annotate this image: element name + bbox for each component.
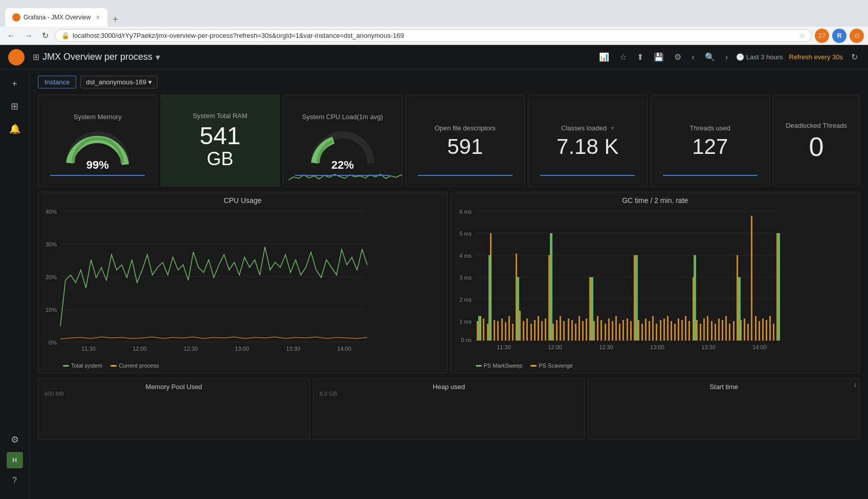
svg-rect-63 [571,320,573,341]
title-text: JMX Overview per process [42,52,152,62]
time-range-label: Last 3 hours [746,53,783,61]
sidebar-item-help[interactable]: ? [5,470,25,491]
svg-rect-110 [744,319,745,341]
svg-rect-95 [688,321,690,341]
stats-row: System Memory 99% System Total RAM [38,95,860,187]
deadlocked-threads-card: Deadlocked Threads 0 [773,95,860,187]
sidebar: + ⊞ 🔔 ⚙ H ? [0,70,30,499]
refresh-button[interactable]: ↻ [849,50,860,64]
svg-rect-74 [612,321,613,341]
forward-button[interactable]: → [21,30,36,41]
svg-rect-82 [641,324,643,341]
svg-rect-122 [517,277,519,341]
sidebar-item-add[interactable]: + [5,74,25,94]
system-total-ram-number: 541 [199,124,240,148]
svg-text:2 ms: 2 ms [459,297,472,303]
instance-tab[interactable]: Instance [38,76,76,88]
gc-time-chart: 6 ms 5 ms 4 ms 3 ms 2 ms 1 ms 0 ns [455,209,783,359]
svg-rect-101 [711,321,713,341]
star-button[interactable]: ☆ [617,50,629,64]
extensions-icon[interactable]: 27 [815,29,829,43]
user-icon[interactable]: R [832,29,847,43]
svg-rect-77 [622,320,624,341]
classes-loaded-value: 7.18 K [557,136,618,157]
classes-loaded-card: Classes loaded ▾ 7.18 K [528,95,648,187]
grafana-logo[interactable] [8,49,25,65]
svg-text:12:30: 12:30 [184,346,198,352]
svg-rect-59 [556,320,558,341]
lock-icon: 🔒 [61,32,70,39]
tab-close-button[interactable]: × [96,13,100,21]
system-memory-line [50,175,145,176]
svg-rect-54 [538,316,539,341]
heap-used-title: Heap used [318,383,581,391]
svg-rect-37 [477,321,478,341]
system-cpu-value: 22% [331,158,354,172]
svg-rect-86 [656,324,657,341]
instance-select[interactable]: dst_anonymous-169 ▾ [80,76,158,88]
cpu-usage-chart: 40% 30% 20% 10% 0% 11:30 [42,209,370,359]
back-button[interactable]: ← [4,30,18,41]
sidebar-item-settings[interactable]: ⚙ [5,429,25,450]
svg-rect-79 [630,321,632,341]
settings-button[interactable]: ⚙ [672,50,683,64]
save-button[interactable]: 💾 [652,50,666,64]
bookmark-icon[interactable]: ☆ [799,32,805,39]
time-range-picker[interactable]: 🕐 Last 3 hours [736,53,783,61]
svg-rect-52 [530,324,532,341]
sidebar-item-dashboards[interactable]: ⊞ [5,96,25,117]
classes-line [540,175,635,176]
system-total-ram-unit: GB [207,148,233,170]
start-time-info-icon[interactable]: ℹ [854,382,856,389]
svg-rect-66 [582,321,584,341]
svg-rect-45 [505,322,506,341]
sidebar-bottom: ⚙ H ? [5,429,25,495]
svg-rect-121 [488,255,491,341]
next-button[interactable]: › [723,51,730,64]
svg-rect-44 [501,319,503,341]
svg-rect-89 [667,316,669,341]
deadlocked-threads-title: Deadlocked Threads [786,122,847,129]
user-avatar[interactable]: H [7,452,23,468]
svg-rect-126 [694,255,696,341]
svg-text:13:30: 13:30 [286,346,300,352]
legend-ps-scavenge: PS Scavenge [530,362,573,369]
chrome-icon[interactable]: ⊙ [850,29,864,43]
dropdown-arrow-icon[interactable]: ▾ [155,52,160,63]
svg-rect-51 [526,319,528,341]
svg-text:12:30: 12:30 [599,344,613,350]
sidebar-item-alerts[interactable]: 🔔 [5,119,25,139]
svg-text:5 ms: 5 ms [459,231,472,237]
address-bar: 🔒 ☆ [55,29,812,42]
system-memory-title: System Memory [74,113,122,121]
svg-text:12:00: 12:00 [132,346,147,352]
svg-rect-108 [737,255,738,341]
reload-button[interactable]: ↻ [39,30,52,41]
svg-rect-84 [649,321,650,341]
svg-rect-50 [523,321,524,341]
svg-rect-65 [578,316,580,341]
open-file-line [418,175,513,176]
add-panel-button[interactable]: 📊 [597,50,611,64]
svg-text:20%: 20% [46,274,57,280]
url-input[interactable] [73,32,796,39]
new-tab-button[interactable]: + [107,12,124,27]
svg-text:40%: 40% [46,209,57,215]
heap-used-panel: Heap used 8.0 GB [313,378,585,440]
search-button[interactable]: 🔍 [703,50,717,64]
grafana-app: ⊞ JMX Overview per process ▾ 📊 ☆ ⬆ 💾 ⚙ ‹… [0,45,868,499]
share-button[interactable]: ⬆ [635,50,646,64]
svg-rect-88 [663,319,665,341]
classes-loaded-info-icon[interactable]: ▾ [611,124,614,132]
svg-rect-69 [593,321,595,341]
svg-rect-124 [591,277,593,341]
active-tab[interactable]: Grafana - JMX Overview × [5,8,107,27]
svg-rect-97 [696,320,698,341]
refresh-label[interactable]: Refresh every 30s [789,53,843,61]
svg-text:4 ms: 4 ms [459,253,472,259]
svg-rect-62 [568,319,569,341]
svg-rect-81 [638,320,639,341]
cpu-sparkline [288,171,403,182]
prev-button[interactable]: ‹ [689,51,696,64]
dashboard-title: ⊞ JMX Overview per process ▾ [33,52,589,63]
